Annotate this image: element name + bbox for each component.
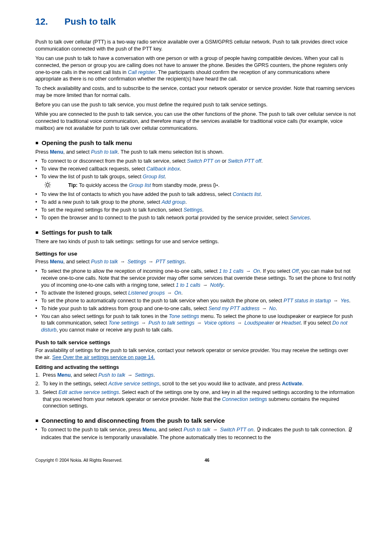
listened-groups: Listened groups bbox=[128, 290, 165, 296]
text: . If you select bbox=[260, 268, 292, 274]
text: To view the list of push to talk groups,… bbox=[41, 174, 143, 180]
push-to-talk: Push to talk bbox=[91, 149, 118, 155]
chapter-number: 12. bbox=[35, 16, 48, 27]
intro-p4: Before you can use the push to talk serv… bbox=[35, 101, 357, 108]
text: To set the phone to automatically connec… bbox=[41, 298, 284, 304]
text: . If you select bbox=[301, 320, 332, 326]
tip-text: Tip: To quickly access the Group list fr… bbox=[54, 182, 219, 190]
menu-label: Menu bbox=[57, 372, 71, 378]
settings: Settings bbox=[135, 372, 153, 378]
no: No bbox=[269, 306, 276, 311]
text: . bbox=[254, 427, 256, 433]
menu-label: Menu bbox=[143, 427, 156, 433]
services: Services bbox=[290, 215, 310, 221]
tone-settings: Tone settings bbox=[169, 313, 199, 319]
text: To activate the listened groups, select bbox=[41, 290, 128, 296]
arrow-icon: → bbox=[201, 282, 210, 288]
text: To open the browser and to connect to th… bbox=[41, 215, 290, 221]
text: Press bbox=[35, 259, 50, 265]
service-lead: For availability of settings for the pus… bbox=[35, 347, 357, 361]
text: To set the required settings for the pus… bbox=[41, 207, 184, 213]
list-item: You can also select settings for push to… bbox=[35, 313, 357, 334]
arrow-icon: → bbox=[260, 306, 269, 311]
send-my-ptt-address: Send my PTT address bbox=[208, 306, 259, 311]
mini-edit: Editing and activating the settings bbox=[35, 364, 357, 370]
text: Press bbox=[43, 372, 57, 378]
yes: Yes bbox=[341, 298, 349, 304]
settings: Settings bbox=[127, 259, 146, 265]
list-item: To view the list of push to talk groups,… bbox=[35, 173, 357, 180]
tone-settings: Tone settings bbox=[108, 320, 139, 326]
svg-line-8 bbox=[49, 182, 50, 183]
switch-ptt-on: Switch PTT on bbox=[220, 427, 253, 433]
ptt-status-startup: PTT status in startup bbox=[284, 298, 331, 304]
subsection-service: Push to talk service settings bbox=[35, 339, 357, 345]
list-item: Press Menu, and select Push to talk → Se… bbox=[35, 372, 357, 379]
switch-ptt-on: Switch PTT on bbox=[187, 158, 220, 164]
svg-rect-10 bbox=[258, 427, 260, 431]
text: , and select bbox=[71, 372, 98, 378]
arrow-icon: → bbox=[235, 320, 244, 326]
activate-label: Activate bbox=[282, 381, 302, 387]
text: , and select bbox=[63, 149, 91, 155]
svg-line-7 bbox=[45, 187, 46, 187]
footer-copyright: Copyright © 2004 Nokia. All Rights Reser… bbox=[35, 458, 122, 463]
list-item: To key in the settings, select Active se… bbox=[35, 380, 357, 387]
on: On bbox=[174, 290, 181, 296]
text: . The push to talk menu selection list i… bbox=[118, 149, 224, 155]
one-to-one: 1 to 1 calls bbox=[176, 282, 201, 288]
group-list: Group list bbox=[143, 174, 165, 180]
list-item: To set the required settings for the pus… bbox=[35, 207, 357, 214]
text: To add a new push to talk group to the p… bbox=[41, 199, 161, 205]
use-lead: Press Menu, and select Push to talk → Se… bbox=[35, 258, 357, 265]
chapter-title: Push to talk bbox=[65, 16, 116, 27]
ptt-connected-icon bbox=[256, 427, 261, 434]
callback-inbox: Callback inbox bbox=[146, 166, 180, 172]
text: Select bbox=[43, 389, 58, 395]
edit-active-service-settings: Edit active service settings bbox=[58, 389, 119, 395]
list-item: To view the received callback requests, … bbox=[35, 166, 357, 173]
list-item: To view the list of contacts to which yo… bbox=[35, 191, 357, 198]
connection-settings: Connection settings bbox=[222, 396, 267, 402]
on: On bbox=[253, 268, 260, 274]
loudspeaker: Loudspeaker bbox=[244, 320, 274, 326]
push-to-talk: Push to talk bbox=[184, 427, 210, 433]
list-item: To connect to the push to talk service, … bbox=[35, 426, 357, 441]
svg-line-6 bbox=[49, 187, 50, 187]
intro-p3: To check availability and costs, and to … bbox=[35, 85, 357, 99]
headset: Headset bbox=[281, 320, 301, 326]
arrow-icon: → bbox=[244, 268, 253, 274]
right-key-icon bbox=[213, 183, 218, 190]
active-service-settings: Active service settings bbox=[108, 381, 159, 387]
text: , and select bbox=[156, 427, 183, 433]
ptt-unavailable-icon bbox=[348, 427, 353, 434]
ptt-settings: PTT settings bbox=[156, 259, 184, 265]
text: or bbox=[274, 320, 281, 326]
push-to-talk: Push to talk bbox=[91, 259, 118, 265]
list-item: To add a new push to talk group to the p… bbox=[35, 199, 357, 206]
contacts-list: Contacts list bbox=[233, 191, 261, 197]
text: You can also select settings for push to… bbox=[41, 313, 169, 319]
off: Off bbox=[292, 268, 299, 274]
text: To key in the settings, select bbox=[43, 381, 108, 387]
one-to-one: 1 to 1 calls bbox=[219, 268, 244, 274]
arrow-icon: → bbox=[210, 427, 220, 433]
arrow-icon: → bbox=[125, 372, 135, 378]
ota-link[interactable]: See Over the air settings service on pag… bbox=[52, 355, 155, 360]
text: , scroll to the set you would like to ac… bbox=[159, 381, 282, 387]
arrow-icon: → bbox=[139, 320, 148, 326]
intro-p1: Push to talk over cellular (PTT) is a tw… bbox=[35, 39, 357, 53]
list-item: To connect to or disconnect from the pus… bbox=[35, 158, 357, 165]
text: To quickly access the bbox=[79, 182, 129, 188]
text: To connect to or disconnect from the pus… bbox=[41, 158, 187, 164]
section-settings: Settings for push to talk bbox=[35, 229, 357, 236]
tip-bold: Tip: bbox=[68, 182, 79, 188]
arrow-icon: → bbox=[331, 298, 340, 304]
push-to-talk: Push to talk bbox=[98, 372, 125, 378]
switch-ptt-off: Switch PTT off bbox=[228, 158, 261, 164]
text: To hide your push to talk address from g… bbox=[41, 306, 208, 311]
svg-point-0 bbox=[46, 184, 49, 187]
notify: Notify bbox=[210, 282, 223, 288]
list-item: To activate the listened groups, select … bbox=[35, 290, 357, 297]
text: To view the list of contacts to which yo… bbox=[41, 191, 233, 197]
